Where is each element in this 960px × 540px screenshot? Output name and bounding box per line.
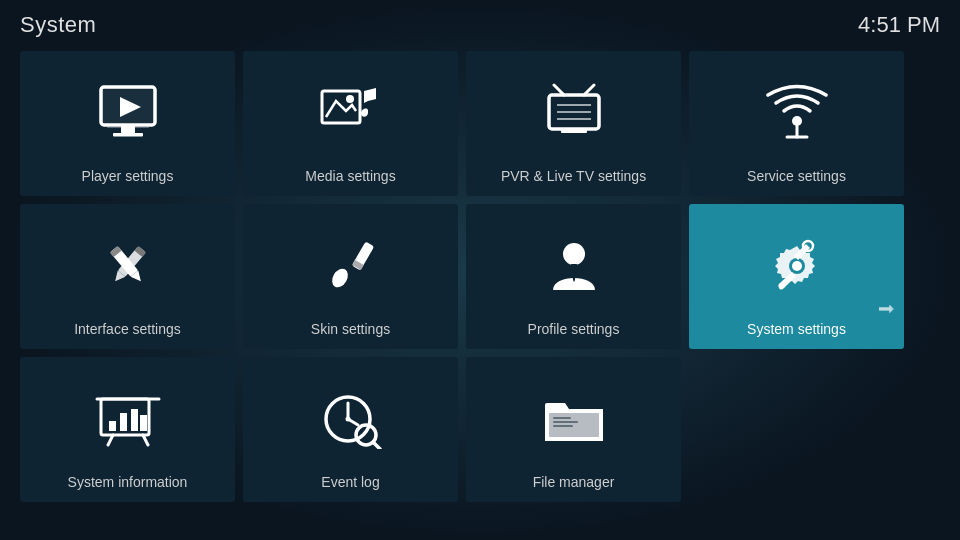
tile-interface-settings[interactable]: Interface settings: [20, 204, 235, 349]
interface-settings-label: Interface settings: [74, 321, 181, 337]
header: System 4:51 PM: [0, 0, 960, 46]
service-icon: [762, 83, 832, 143]
player-icon-area: [93, 66, 163, 160]
system-information-label: System information: [68, 474, 188, 490]
profile-icon-area: [539, 219, 609, 313]
svg-rect-41: [140, 415, 147, 431]
svg-rect-37: [109, 421, 116, 431]
tile-event-log[interactable]: Event log: [243, 357, 458, 502]
interface-icon: [93, 236, 163, 296]
skin-settings-label: Skin settings: [311, 321, 390, 337]
svg-line-47: [373, 442, 380, 449]
svg-rect-51: [553, 421, 578, 423]
pvr-icon-area: [539, 66, 609, 160]
svg-point-27: [563, 243, 585, 265]
svg-marker-29: [571, 264, 577, 268]
svg-rect-52: [553, 425, 573, 427]
service-icon-area: [762, 66, 832, 160]
media-icon-area: [316, 66, 386, 160]
clock: 4:51 PM: [858, 12, 940, 38]
tile-file-manager[interactable]: File manager: [466, 357, 681, 502]
media-settings-label: Media settings: [305, 168, 395, 184]
tile-media-settings[interactable]: Media settings: [243, 51, 458, 196]
profile-settings-label: Profile settings: [528, 321, 620, 337]
skin-icon-area: [316, 219, 386, 313]
eventlog-icon-area: [316, 372, 386, 466]
app-container: System 4:51 PM Player settings: [0, 0, 960, 540]
profile-icon: [539, 236, 609, 296]
svg-point-7: [346, 95, 354, 103]
app-title: System: [20, 12, 96, 38]
svg-rect-14: [561, 129, 587, 133]
filemanager-icon-area: [539, 372, 609, 466]
svg-rect-3: [113, 133, 143, 137]
interface-icon-area: [93, 219, 163, 313]
svg-rect-50: [553, 417, 571, 419]
tile-skin-settings[interactable]: Skin settings: [243, 204, 458, 349]
tile-profile-settings[interactable]: Profile settings: [466, 204, 681, 349]
tile-system-information[interactable]: System information: [20, 357, 235, 502]
player-icon: [93, 83, 163, 143]
event-log-label: Event log: [321, 474, 379, 490]
sysinfo-icon: [93, 389, 163, 449]
media-icon: [316, 83, 386, 143]
system-settings-icon: [762, 236, 832, 296]
svg-rect-38: [120, 413, 127, 431]
tile-pvr-settings[interactable]: PVR & Live TV settings: [466, 51, 681, 196]
empty-cell: [689, 357, 904, 502]
svg-rect-5: [107, 127, 149, 128]
eventlog-icon: [316, 389, 386, 449]
filemanager-icon: [539, 389, 609, 449]
player-settings-label: Player settings: [82, 168, 174, 184]
pvr-icon: [539, 83, 609, 143]
sysinfo-icon-area: [93, 372, 163, 466]
tile-service-settings[interactable]: Service settings: [689, 51, 904, 196]
file-manager-label: File manager: [533, 474, 615, 490]
svg-rect-2: [121, 125, 135, 133]
skin-icon: [316, 236, 386, 296]
cursor-indicator: ⮕: [878, 300, 896, 321]
settings-grid: Player settings Media settings: [0, 51, 960, 502]
tile-player-settings[interactable]: Player settings: [20, 51, 235, 196]
system-settings-label: System settings: [747, 321, 846, 337]
system-icon-area: [762, 219, 832, 313]
svg-rect-39: [131, 409, 138, 431]
service-settings-label: Service settings: [747, 168, 846, 184]
svg-point-45: [345, 417, 350, 422]
pvr-settings-label: PVR & Live TV settings: [501, 168, 646, 184]
tile-system-settings[interactable]: System settings ⮕: [689, 204, 904, 349]
svg-point-31: [792, 261, 802, 271]
svg-point-25: [328, 266, 350, 290]
